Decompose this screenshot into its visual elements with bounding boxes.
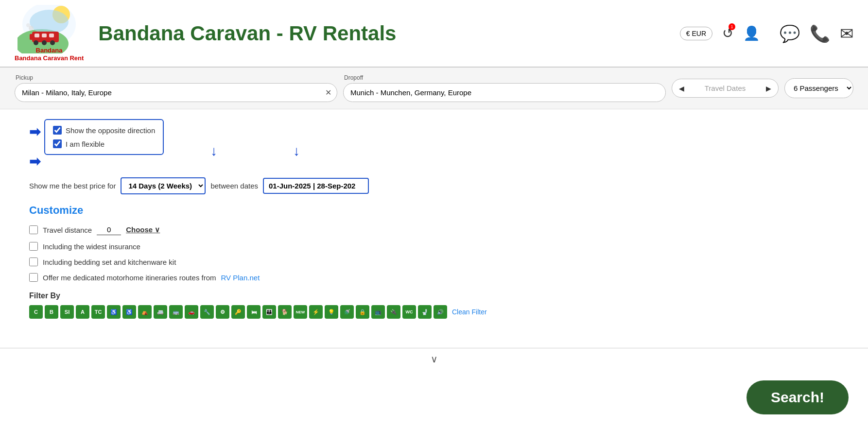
filter-icon-family[interactable]: 👪 [262,305,276,319]
filter-icon-lock[interactable]: 🔒 [356,305,369,319]
contact-icons: 💬 📞 ✉ [780,24,853,43]
filter-icon-A[interactable]: A [76,305,89,319]
logo-text: Bandana Caravan Rent [15,54,84,62]
filter-icon-lightning[interactable]: ⚡ [309,305,323,319]
choose-button[interactable]: Choose ∨ [126,225,160,234]
whatsapp-icon[interactable]: 💬 [780,24,800,43]
down-arrow-center: ↓ [210,143,217,159]
header-right: € EUR ↺ 1 👤 💬 📞 ✉ [680,24,853,43]
passengers-select[interactable]: 6 Passengers [784,78,853,98]
prev-date-arrow[interactable]: ◀ [679,85,684,92]
logo-area: Bandana Bandana Caravan Rent [15,5,84,62]
clean-filter-link[interactable]: Clean Filter [452,308,487,316]
filter-icon-bed[interactable]: 🛏 [247,305,260,319]
history-icon-wrapper[interactable]: ↺ 1 [722,25,733,41]
svg-rect-6 [35,34,39,37]
filter-icon-wrench[interactable]: 🔧 [200,305,214,319]
filter-icon-bus1[interactable]: 🚐 [154,305,167,319]
dropoff-label: Dropoff [343,74,666,81]
filter-icon-shower[interactable]: 🚿 [340,305,354,319]
svg-point-11 [50,40,55,45]
filter-icon-B[interactable]: B [45,305,58,319]
customize-options: Travel distance Choose ∨ Including the w… [29,224,839,282]
notification-badge: 1 [729,23,735,30]
pickup-clear-btn[interactable]: ✕ [325,88,331,97]
options-with-arrows: ➡ ➡ Show the opposite direction I am fle… [29,119,839,170]
best-price-between: between dates [210,182,258,190]
filter-icon-wheelchair2[interactable]: ♿ [122,305,136,319]
flexible-checkbox[interactable] [53,139,62,148]
user-icon[interactable]: 👤 [743,25,760,41]
travel-distance-label: Travel distance [43,226,92,234]
filter-icon-key[interactable]: 🔑 [231,305,245,319]
checkbox-group: Show the opposite direction I am flexibl… [44,119,164,155]
duration-select[interactable]: 14 Days (2 Weeks) [121,177,206,194]
pickup-input-wrapper: ✕ [15,83,337,102]
best-price-prefix: Show me the best price for [29,182,116,190]
svg-point-3 [30,10,69,34]
filter-icon-tv[interactable]: 📺 [371,305,385,319]
main-content: ➡ ➡ Show the opposite direction I am fle… [0,109,868,338]
flexible-label: I am flexible [66,140,104,148]
widest-insurance-row: Including the widest insurance [29,242,839,251]
currency-selector[interactable]: € EUR [680,27,712,40]
svg-point-10 [42,40,47,45]
svg-point-13 [26,23,30,27]
filter-icon-toilet[interactable]: 🚽 [418,305,432,319]
email-icon[interactable]: ✉ [840,24,853,43]
flexible-row: I am flexible [53,139,155,148]
dropoff-input[interactable] [343,83,666,102]
filter-icon-SI[interactable]: SI [60,305,74,319]
left-arrows: ➡ ➡ [29,124,40,170]
customize-title: Customize [29,204,839,217]
down-arrow-2: ↓ [293,143,300,158]
filter-icon-bulb[interactable]: 💡 [325,305,338,319]
filter-icon-car[interactable]: 🚗 [185,305,198,319]
phone-icon[interactable]: 📞 [810,24,830,43]
filter-icon-pet[interactable]: 🐕 [278,305,292,319]
travel-distance-checkbox[interactable] [29,225,38,234]
dropoff-field-group: Dropoff [343,74,666,102]
pickup-field-group: Pickup ✕ [15,74,337,102]
travel-distance-input[interactable] [97,224,121,235]
date-range-input[interactable] [263,178,369,194]
widest-insurance-checkbox[interactable] [29,242,38,251]
pickup-input[interactable] [15,83,337,102]
bedding-label: Including bedding set and kitchenware ki… [43,258,176,266]
opposite-direction-checkbox[interactable] [53,126,62,135]
filter-icon-wc[interactable]: WC [402,305,416,319]
filter-icon-new[interactable]: NEW [294,305,307,319]
filter-icon-wheelchair[interactable]: ♿ [107,305,121,319]
travel-distance-row: Travel distance Choose ∨ [29,224,839,235]
itineraries-label: Offer me dedicated motorhome itineraries… [43,274,216,282]
down-arrow-right: ↓ [293,143,300,159]
down-arrow-1: ↓ [210,143,217,158]
filter-icon-tent[interactable]: ⛺ [138,305,152,319]
filter-icon-TC[interactable]: TC [91,305,105,319]
filter-icon-speaker[interactable]: 🔊 [434,305,447,319]
bedding-row: Including bedding set and kitchenware ki… [29,257,839,266]
next-date-arrow[interactable]: ▶ [766,85,771,92]
pickup-label: Pickup [15,74,337,81]
logo-image: Bandana [17,5,81,53]
search-bar: Pickup ✕ Dropoff ◀ Travel Dates ▶ 6 Pass… [0,68,868,109]
filter-icon-gear[interactable]: ⚙ [216,305,229,319]
svg-text:Bandana: Bandana [36,47,63,53]
chevron-down-icon: ∨ [431,353,438,365]
filter-icon-bus2[interactable]: 🚌 [169,305,183,319]
rv-plan-link[interactable]: RV Plan.net [221,274,260,282]
itineraries-checkbox[interactable] [29,273,38,282]
filter-section: Filter By C B SI A TC ♿ ♿ ⛺ 🚐 🚌 🚗 🔧 ⚙ 🔑 … [29,292,839,319]
opposite-direction-row: Show the opposite direction [53,126,155,135]
travel-dates-picker[interactable]: ◀ Travel Dates ▶ [672,79,779,98]
travel-dates-label: Travel Dates [689,84,761,92]
filter-icon-C[interactable]: C [29,305,43,319]
site-title: Bandana Caravan - RV Rentals [98,22,679,45]
svg-rect-8 [49,34,54,37]
dropoff-input-wrapper [343,83,666,102]
itineraries-row: Offer me dedicated motorhome itineraries… [29,273,839,282]
opposite-direction-label: Show the opposite direction [66,126,155,135]
best-price-row: Show me the best price for 14 Days (2 We… [29,177,839,194]
filter-icon-plug[interactable]: 🔌 [387,305,400,319]
bedding-checkbox[interactable] [29,257,38,266]
